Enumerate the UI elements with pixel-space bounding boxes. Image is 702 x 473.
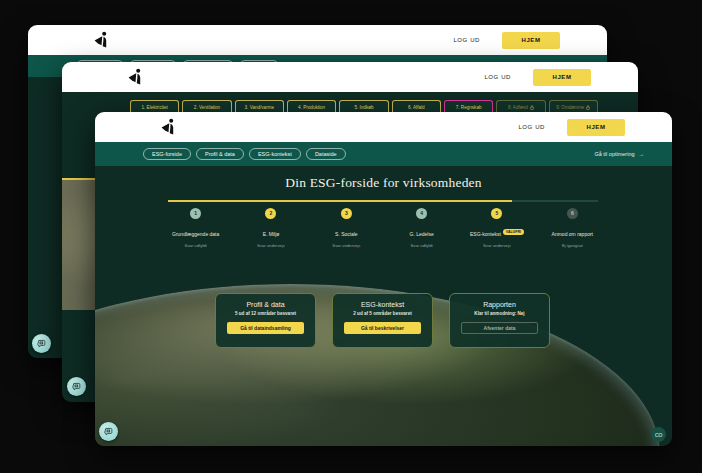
nav-pill-profil-data[interactable]: Profil & data [196,148,244,160]
tab-label: 8. Adfærd [508,105,528,110]
step-label: Anmod om rapport [552,231,593,237]
brand-logo-icon [127,68,144,87]
stepper-step-3[interactable]: 3 S. Sociale Svar undervejs [309,208,384,248]
brand-logo-icon [160,118,177,137]
card-subtitle: 2 ud af 5 områder besvaret [333,311,432,316]
awaiting-data-button[interactable]: Afventer data [461,322,538,334]
chat-bubble-icon [37,339,46,348]
card-title: Profil & data [216,301,315,308]
esg-forside-content: Din ESG-forside for virksomheden 1 Grund… [95,166,672,446]
home-button[interactable]: HJEM [533,69,591,86]
nav-pill-dataside[interactable]: Dataside [306,148,346,160]
card-title: ESG-kontekst [333,301,432,308]
step-label: Grundlæggende data [172,231,219,237]
main-nav: ESG-forside Profil & data ESG-kontekst D… [95,142,672,166]
optional-badge: VALGFRI [503,229,524,235]
co-widget-badge[interactable]: CO [651,427,666,442]
stepper-step-6[interactable]: 6 Anmod om rapport Ej igangsat [535,208,610,248]
step-number-badge: 5 [491,208,502,219]
chat-bubble-icon [104,427,113,436]
logout-link[interactable]: LOG UD [453,37,480,43]
logout-link[interactable]: LOG UD [518,124,545,130]
status-cards: Profil & data 5 ud af 12 områder besvare… [215,293,550,348]
step-number-badge: 3 [341,208,352,219]
card-esg-kontekst: ESG-kontekst 2 ud af 5 områder besvaret … [332,293,433,348]
app-header: LOG UD HJEM [28,25,607,55]
stepper-step-4[interactable]: 4 G. Ledelse Svar udfyldt [384,208,459,248]
step-label: S. Sociale [335,231,358,237]
step-label: G. Ledelse [410,231,434,237]
step-label: ESG-kontekst [470,231,501,237]
optimization-link[interactable]: Gå til optimering→ [594,151,644,157]
stepper-step-2[interactable]: 2 E. Miljø Svar undervejs [233,208,308,248]
desktop-stage: LOG UD HJEM ESG-forside Profil & data ES… [0,0,702,473]
app-header: LOG UD HJEM [62,62,638,92]
step-status: Svar udfyldt [384,243,459,248]
stepper-step-5[interactable]: 5 ESG-kontekstVALGFRI Svar undervejs [459,208,534,248]
lock-icon [586,105,590,110]
step-number-badge: 4 [416,208,427,219]
app-header: LOG UD HJEM [95,112,672,142]
stepper-step-1[interactable]: 1 Grundlæggende data Svar udfyldt [158,208,233,248]
brand-logo-icon [93,31,110,50]
step-label: E. Miljø [263,231,280,237]
optimization-label: Gå til optimering [594,151,634,157]
step-status: Svar undervejs [309,243,384,248]
nav-pill-esg-kontekst[interactable]: ESG-kontekst [249,148,301,160]
chat-button[interactable] [99,422,118,441]
progress-fill [168,200,512,202]
home-button[interactable]: HJEM [502,32,560,49]
chat-button[interactable] [32,334,51,353]
step-status: Svar udfyldt [158,243,233,248]
card-title: Rapporten [450,301,549,308]
lock-icon [530,105,534,110]
step-status: Ej igangsat [535,243,610,248]
step-number-badge: 1 [190,208,201,219]
tab-label: 9. Omdømme [556,105,584,110]
go-to-data-collection-button[interactable]: Gå til dataindsamling [227,322,304,334]
esg-stepper: 1 Grundlæggende data Svar udfyldt 2 E. M… [158,208,610,248]
step-number-badge: 6 [567,208,578,219]
window-front: LOG UD HJEM ESG-forside Profil & data ES… [95,112,672,446]
step-status: Svar undervejs [233,243,308,248]
step-status: Svar undervejs [459,243,534,248]
step-number-badge: 2 [265,208,276,219]
card-subtitle: 5 ud af 12 områder besvaret [216,311,315,316]
nav-pill-esg-forside[interactable]: ESG-forside [143,148,191,160]
card-profil-data: Profil & data 5 ud af 12 områder besvare… [215,293,316,348]
chat-button[interactable] [67,377,86,396]
arrow-right-icon: → [639,151,645,157]
go-to-descriptions-button[interactable]: Gå til beskrivelser [344,322,421,334]
logout-link[interactable]: LOG UD [484,74,511,80]
chat-bubble-icon [72,382,81,391]
card-rapporten: Rapporten Klar til anmodning: Nej Afvent… [449,293,550,348]
card-subtitle: Klar til anmodning: Nej [450,311,549,316]
page-title: Din ESG-forside for virksomheden [95,175,672,191]
home-button[interactable]: HJEM [567,119,625,136]
progress-track [168,200,598,202]
